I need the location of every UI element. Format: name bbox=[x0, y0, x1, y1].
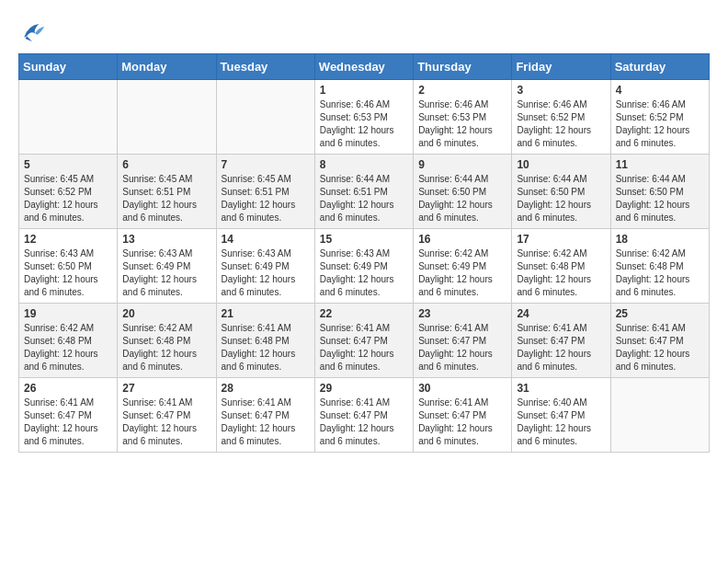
day-info: Sunrise: 6:46 AM Sunset: 6:53 PM Dayligh… bbox=[418, 98, 506, 150]
day-number: 10 bbox=[517, 158, 605, 171]
day-number: 3 bbox=[517, 84, 605, 97]
day-number: 4 bbox=[616, 84, 704, 97]
calendar-day-cell: 9Sunrise: 6:44 AM Sunset: 6:50 PM Daylig… bbox=[414, 155, 512, 229]
calendar-day-cell: 21Sunrise: 6:41 AM Sunset: 6:48 PM Dayli… bbox=[216, 304, 314, 378]
calendar-day-cell: 24Sunrise: 6:41 AM Sunset: 6:47 PM Dayli… bbox=[512, 304, 610, 378]
calendar-day-cell: 31Sunrise: 6:40 AM Sunset: 6:47 PM Dayli… bbox=[512, 378, 610, 453]
day-info: Sunrise: 6:46 AM Sunset: 6:52 PM Dayligh… bbox=[616, 98, 704, 150]
day-info: Sunrise: 6:44 AM Sunset: 6:50 PM Dayligh… bbox=[517, 173, 605, 224]
day-number: 15 bbox=[320, 233, 408, 246]
day-info: Sunrise: 6:42 AM Sunset: 6:48 PM Dayligh… bbox=[122, 322, 210, 373]
page-header bbox=[18, 18, 710, 44]
calendar-day-cell: 26Sunrise: 6:41 AM Sunset: 6:47 PM Dayli… bbox=[19, 378, 118, 453]
calendar-day-cell: 22Sunrise: 6:41 AM Sunset: 6:47 PM Dayli… bbox=[314, 304, 413, 378]
day-number: 22 bbox=[320, 307, 408, 320]
calendar-week-row: 1Sunrise: 6:46 AM Sunset: 6:53 PM Daylig… bbox=[19, 80, 710, 155]
day-number: 9 bbox=[418, 158, 506, 171]
calendar-day-cell: 10Sunrise: 6:44 AM Sunset: 6:50 PM Dayli… bbox=[512, 155, 610, 229]
day-info: Sunrise: 6:41 AM Sunset: 6:47 PM Dayligh… bbox=[418, 396, 506, 448]
day-number: 24 bbox=[517, 307, 605, 320]
logo bbox=[18, 18, 48, 44]
day-number: 2 bbox=[418, 84, 506, 97]
day-info: Sunrise: 6:41 AM Sunset: 6:47 PM Dayligh… bbox=[517, 322, 605, 373]
day-number: 7 bbox=[222, 158, 310, 171]
calendar-day-cell: 14Sunrise: 6:43 AM Sunset: 6:49 PM Dayli… bbox=[216, 229, 314, 304]
day-info: Sunrise: 6:41 AM Sunset: 6:47 PM Dayligh… bbox=[24, 396, 112, 448]
day-number: 16 bbox=[418, 233, 506, 246]
day-number: 21 bbox=[222, 307, 310, 320]
calendar-week-row: 26Sunrise: 6:41 AM Sunset: 6:47 PM Dayli… bbox=[19, 378, 710, 453]
calendar-day-cell: 15Sunrise: 6:43 AM Sunset: 6:49 PM Dayli… bbox=[314, 229, 413, 304]
day-info: Sunrise: 6:43 AM Sunset: 6:50 PM Dayligh… bbox=[24, 247, 112, 299]
day-info: Sunrise: 6:43 AM Sunset: 6:49 PM Dayligh… bbox=[122, 247, 210, 299]
day-number: 23 bbox=[418, 307, 506, 320]
calendar-header-row: SundayMondayTuesdayWednesdayThursdayFrid… bbox=[19, 54, 710, 80]
day-info: Sunrise: 6:42 AM Sunset: 6:48 PM Dayligh… bbox=[517, 247, 605, 299]
day-info: Sunrise: 6:42 AM Sunset: 6:49 PM Dayligh… bbox=[418, 247, 506, 299]
day-info: Sunrise: 6:46 AM Sunset: 6:53 PM Dayligh… bbox=[320, 98, 408, 150]
day-info: Sunrise: 6:41 AM Sunset: 6:47 PM Dayligh… bbox=[122, 396, 210, 448]
day-info: Sunrise: 6:45 AM Sunset: 6:51 PM Dayligh… bbox=[122, 173, 210, 224]
calendar-day-cell: 12Sunrise: 6:43 AM Sunset: 6:50 PM Dayli… bbox=[19, 229, 118, 304]
calendar-table: SundayMondayTuesdayWednesdayThursdayFrid… bbox=[18, 53, 710, 453]
calendar-day-cell: 19Sunrise: 6:42 AM Sunset: 6:48 PM Dayli… bbox=[19, 304, 118, 378]
calendar-day-cell bbox=[216, 80, 314, 155]
weekday-header: Sunday bbox=[19, 54, 118, 80]
day-number: 5 bbox=[24, 158, 112, 171]
day-info: Sunrise: 6:44 AM Sunset: 6:50 PM Dayligh… bbox=[418, 173, 506, 224]
calendar-day-cell: 11Sunrise: 6:44 AM Sunset: 6:50 PM Dayli… bbox=[610, 155, 709, 229]
day-info: Sunrise: 6:41 AM Sunset: 6:47 PM Dayligh… bbox=[616, 322, 704, 373]
calendar-day-cell: 4Sunrise: 6:46 AM Sunset: 6:52 PM Daylig… bbox=[610, 80, 709, 155]
calendar-day-cell bbox=[118, 80, 216, 155]
calendar-day-cell bbox=[19, 80, 118, 155]
day-number: 14 bbox=[222, 233, 310, 246]
day-number: 25 bbox=[616, 307, 704, 320]
day-info: Sunrise: 6:42 AM Sunset: 6:48 PM Dayligh… bbox=[616, 247, 704, 299]
day-info: Sunrise: 6:45 AM Sunset: 6:51 PM Dayligh… bbox=[222, 173, 310, 224]
calendar-day-cell: 5Sunrise: 6:45 AM Sunset: 6:52 PM Daylig… bbox=[19, 155, 118, 229]
calendar-day-cell: 17Sunrise: 6:42 AM Sunset: 6:48 PM Dayli… bbox=[512, 229, 610, 304]
weekday-header: Thursday bbox=[414, 54, 512, 80]
day-info: Sunrise: 6:41 AM Sunset: 6:47 PM Dayligh… bbox=[320, 396, 408, 448]
day-number: 6 bbox=[122, 158, 210, 171]
calendar-day-cell: 6Sunrise: 6:45 AM Sunset: 6:51 PM Daylig… bbox=[118, 155, 216, 229]
calendar-day-cell: 3Sunrise: 6:46 AM Sunset: 6:52 PM Daylig… bbox=[512, 80, 610, 155]
day-number: 8 bbox=[320, 158, 408, 171]
day-info: Sunrise: 6:44 AM Sunset: 6:50 PM Dayligh… bbox=[616, 173, 704, 224]
day-number: 18 bbox=[616, 233, 704, 246]
day-info: Sunrise: 6:41 AM Sunset: 6:48 PM Dayligh… bbox=[222, 322, 310, 373]
day-number: 26 bbox=[24, 382, 112, 395]
day-number: 31 bbox=[517, 382, 605, 395]
calendar-day-cell: 13Sunrise: 6:43 AM Sunset: 6:49 PM Dayli… bbox=[118, 229, 216, 304]
calendar-day-cell: 25Sunrise: 6:41 AM Sunset: 6:47 PM Dayli… bbox=[610, 304, 709, 378]
day-number: 28 bbox=[222, 382, 310, 395]
calendar-day-cell: 23Sunrise: 6:41 AM Sunset: 6:47 PM Dayli… bbox=[414, 304, 512, 378]
weekday-header: Friday bbox=[512, 54, 610, 80]
day-info: Sunrise: 6:41 AM Sunset: 6:47 PM Dayligh… bbox=[418, 322, 506, 373]
day-info: Sunrise: 6:40 AM Sunset: 6:47 PM Dayligh… bbox=[517, 396, 605, 448]
calendar-day-cell: 30Sunrise: 6:41 AM Sunset: 6:47 PM Dayli… bbox=[414, 378, 512, 453]
calendar-day-cell: 18Sunrise: 6:42 AM Sunset: 6:48 PM Dayli… bbox=[610, 229, 709, 304]
day-number: 20 bbox=[122, 307, 210, 320]
day-number: 30 bbox=[418, 382, 506, 395]
day-info: Sunrise: 6:43 AM Sunset: 6:49 PM Dayligh… bbox=[320, 247, 408, 299]
calendar-day-cell: 8Sunrise: 6:44 AM Sunset: 6:51 PM Daylig… bbox=[314, 155, 413, 229]
calendar-week-row: 19Sunrise: 6:42 AM Sunset: 6:48 PM Dayli… bbox=[19, 304, 710, 378]
calendar-day-cell: 20Sunrise: 6:42 AM Sunset: 6:48 PM Dayli… bbox=[118, 304, 216, 378]
calendar-day-cell bbox=[610, 378, 709, 453]
day-info: Sunrise: 6:46 AM Sunset: 6:52 PM Dayligh… bbox=[517, 98, 605, 150]
weekday-header: Wednesday bbox=[314, 54, 413, 80]
day-info: Sunrise: 6:44 AM Sunset: 6:51 PM Dayligh… bbox=[320, 173, 408, 224]
day-number: 29 bbox=[320, 382, 408, 395]
calendar-day-cell: 29Sunrise: 6:41 AM Sunset: 6:47 PM Dayli… bbox=[314, 378, 413, 453]
day-info: Sunrise: 6:43 AM Sunset: 6:49 PM Dayligh… bbox=[222, 247, 310, 299]
day-info: Sunrise: 6:41 AM Sunset: 6:47 PM Dayligh… bbox=[222, 396, 310, 448]
day-number: 1 bbox=[320, 84, 408, 97]
calendar-week-row: 5Sunrise: 6:45 AM Sunset: 6:52 PM Daylig… bbox=[19, 155, 710, 229]
logo-icon bbox=[18, 18, 46, 44]
weekday-header: Monday bbox=[118, 54, 216, 80]
calendar-day-cell: 1Sunrise: 6:46 AM Sunset: 6:53 PM Daylig… bbox=[314, 80, 413, 155]
day-number: 27 bbox=[122, 382, 210, 395]
day-number: 13 bbox=[122, 233, 210, 246]
calendar-week-row: 12Sunrise: 6:43 AM Sunset: 6:50 PM Dayli… bbox=[19, 229, 710, 304]
